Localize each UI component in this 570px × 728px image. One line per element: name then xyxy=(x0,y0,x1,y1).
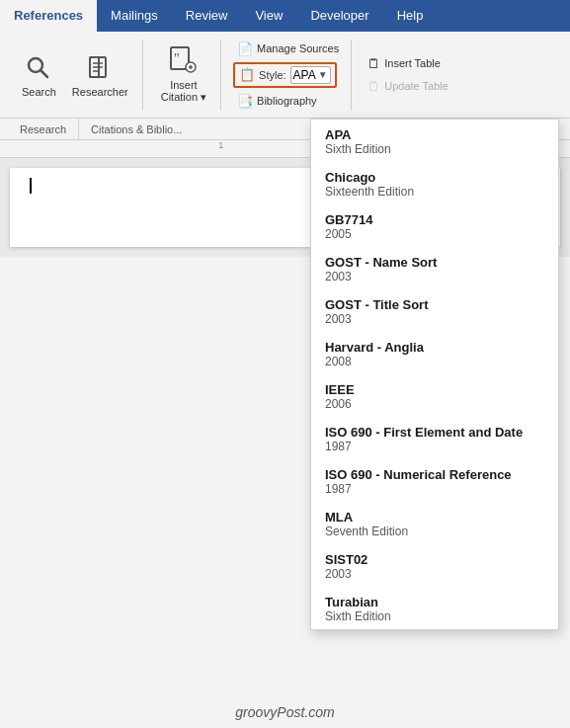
dropdown-item-name: GOST - Name Sort xyxy=(325,255,544,270)
dropdown-arrow-icon: ▼ xyxy=(318,69,328,80)
ruler-mark-1: 1 xyxy=(218,140,223,150)
style-dropdown[interactable]: APA ▼ xyxy=(290,66,331,84)
dropdown-item-sub: 2003 xyxy=(325,270,544,283)
citation-icon: " xyxy=(168,45,200,77)
update-table-label: Update Table xyxy=(384,80,448,92)
toolbar: Search Researcher xyxy=(0,32,570,119)
style-selector-row: 📋 Style: APA ▼ xyxy=(233,62,337,88)
bibliography-icon: 📑 xyxy=(237,94,253,109)
dropdown-item-name: MLA xyxy=(325,510,544,525)
dropdown-item-name: GB7714 xyxy=(325,212,544,227)
dropdown-item-name: Harvard - Anglia xyxy=(325,340,544,355)
dropdown-item-apa[interactable]: APASixth Edition xyxy=(311,120,558,162)
dropdown-item-mla[interactable]: MLASeventh Edition xyxy=(311,502,558,544)
ribbon: ReferencesMailingsReviewViewDeveloperHel… xyxy=(0,0,570,32)
search-icon xyxy=(23,52,54,84)
manage-sources-icon: 📄 xyxy=(237,41,253,56)
dropdown-item-sub: 2003 xyxy=(325,312,544,326)
dropdown-item-name: Turabian xyxy=(325,595,544,609)
researcher-button[interactable]: Researcher xyxy=(66,50,134,100)
ribbon-tab-references[interactable]: References xyxy=(0,0,97,32)
dropdown-item-iso-690---first-element-and-date[interactable]: ISO 690 - First Element and Date1987 xyxy=(311,417,558,459)
insert-table-label: Insert Table xyxy=(384,57,441,69)
dropdown-item-sub: Sixth Edition xyxy=(325,609,544,623)
dropdown-item-ieee[interactable]: IEEE2006 xyxy=(311,374,558,417)
ribbon-tab-help[interactable]: Help xyxy=(383,0,438,32)
research-group: Search Researcher xyxy=(8,40,143,111)
search-button[interactable]: Search xyxy=(16,50,62,100)
dropdown-item-gost---name-sort[interactable]: GOST - Name Sort2003 xyxy=(311,247,558,289)
dropdown-item-sub: 1987 xyxy=(325,482,544,496)
dropdown-item-sub: Sixth Edition xyxy=(325,142,544,156)
insert-citation-label: InsertCitation ▾ xyxy=(161,79,206,104)
ribbon-tab-developer[interactable]: Developer xyxy=(296,0,382,32)
dropdown-item-iso-690---numerical-reference[interactable]: ISO 690 - Numerical Reference1987 xyxy=(311,459,558,502)
researcher-label: Researcher xyxy=(72,86,128,98)
update-table-icon: 🗒 xyxy=(367,79,380,94)
manage-sources-button[interactable]: 📄 Manage Sources xyxy=(233,40,343,58)
bibliography-button[interactable]: 📑 Bibliography xyxy=(233,92,321,111)
researcher-icon xyxy=(84,52,116,84)
dropdown-item-chicago[interactable]: ChicagoSixteenth Edition xyxy=(311,162,558,204)
dropdown-item-name: Chicago xyxy=(325,170,544,185)
insert-table-button[interactable]: 🗒 Insert Table xyxy=(364,54,445,73)
search-label: Search xyxy=(22,86,56,98)
dropdown-item-name: SIST02 xyxy=(325,552,544,567)
watermark: groovyPost.com xyxy=(235,704,334,720)
svg-line-1 xyxy=(41,70,48,77)
dropdown-item-name: GOST - Title Sort xyxy=(325,297,544,312)
dropdown-item-name: ISO 690 - First Element and Date xyxy=(325,425,544,440)
dropdown-item-sub: 2006 xyxy=(325,397,544,411)
dropdown-item-sist02[interactable]: SIST022003 xyxy=(311,544,558,587)
dropdown-item-harvard---anglia[interactable]: Harvard - Anglia2008 xyxy=(311,332,558,374)
style-icon: 📋 xyxy=(239,67,255,82)
research-section-label: Research xyxy=(8,119,79,139)
dropdown-item-sub: Seventh Edition xyxy=(325,525,544,538)
dropdown-item-sub: 2008 xyxy=(325,355,544,368)
ribbon-tab-review[interactable]: Review xyxy=(172,0,242,32)
style-dropdown-menu: APASixth EditionChicagoSixteenth Edition… xyxy=(310,119,559,630)
style-label: Style: xyxy=(259,69,286,81)
style-value: APA xyxy=(293,68,316,82)
dropdown-item-name: IEEE xyxy=(325,382,544,397)
manage-sources-label: Manage Sources xyxy=(257,42,339,54)
ribbon-tab-mailings[interactable]: Mailings xyxy=(97,0,172,32)
dropdown-item-sub: 1987 xyxy=(325,440,544,453)
dropdown-item-turabian[interactable]: TurabianSixth Edition xyxy=(311,587,558,629)
insert-table-icon: 🗒 xyxy=(367,56,380,71)
text-cursor xyxy=(30,178,32,194)
svg-text:": " xyxy=(174,51,180,66)
dropdown-item-name: ISO 690 - Numerical Reference xyxy=(325,467,544,482)
bibliography-label: Bibliography xyxy=(257,95,317,107)
dropdown-item-gost---title-sort[interactable]: GOST - Title Sort2003 xyxy=(311,289,558,332)
table-group: 🗒 Insert Table 🗒 Update Table xyxy=(356,40,460,111)
ribbon-tab-view[interactable]: View xyxy=(241,0,296,32)
citation-group: " InsertCitation ▾ xyxy=(147,40,221,111)
citations-biblio-group: 📄 Manage Sources 📋 Style: APA ▼ 📑 Biblio… xyxy=(225,40,352,111)
dropdown-item-sub: Sixteenth Edition xyxy=(325,185,544,199)
citations-section-label: Citations & Biblio... xyxy=(79,119,194,139)
dropdown-item-name: APA xyxy=(325,127,544,142)
dropdown-item-sub: 2003 xyxy=(325,567,544,581)
dropdown-item-gb7714[interactable]: GB77142005 xyxy=(311,204,558,247)
update-table-button[interactable]: 🗒 Update Table xyxy=(364,77,452,96)
insert-citation-button[interactable]: " InsertCitation ▾ xyxy=(155,43,212,106)
dropdown-item-sub: 2005 xyxy=(325,227,544,241)
